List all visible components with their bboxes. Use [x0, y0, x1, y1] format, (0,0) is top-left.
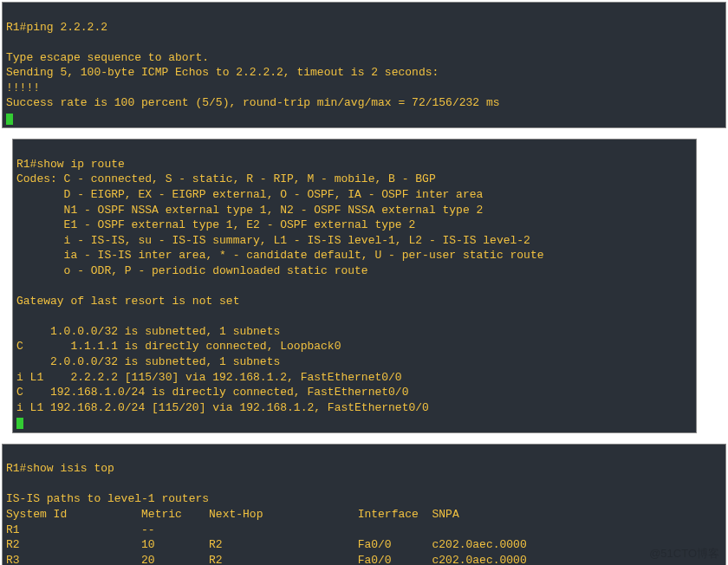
terminal-ping: R1#ping 2.2.2.2 Type escape sequence to …: [2, 2, 726, 128]
terminal-route: R1#show ip route Codes: C - connected, S…: [12, 139, 697, 432]
route-gateway: Gateway of last resort is not set: [16, 295, 239, 308]
ping-output: Type escape sequence to abort. Sending 5…: [6, 51, 500, 110]
route-codes: Codes: C - connected, S - static, R - RI…: [16, 172, 544, 276]
route-table: 1.0.0.0/32 is subnetted, 1 subnets C 1.1…: [16, 325, 429, 414]
cmd-ping: R1#ping 2.2.2.2: [6, 21, 107, 34]
cursor: [16, 418, 23, 429]
cmd-show-ip-route: R1#show ip route: [16, 158, 125, 171]
isis-l1-header: IS-IS paths to level-1 routers: [6, 492, 209, 505]
watermark: @51CTO博客: [649, 546, 719, 562]
isis-l1-row0: R1 --: [6, 523, 432, 536]
terminal-isis: R1#show isis top IS-IS paths to level-1 …: [2, 444, 726, 565]
cursor: [6, 114, 13, 125]
isis-l1-row1: R2 10 R2 Fa0/0 c202.0aec.0000: [6, 538, 527, 551]
cmd-show-isis: R1#show isis top: [6, 462, 114, 475]
isis-l1-cols: System Id Metric Next-Hop Interface SNPA: [6, 508, 459, 521]
isis-l1-row2: R3 20 R2 Fa0/0 c202.0aec.0000: [6, 554, 527, 565]
